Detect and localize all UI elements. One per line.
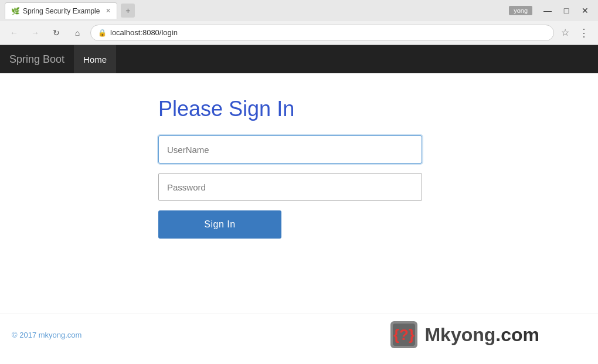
logo-text-normal: Mkyong bbox=[424, 324, 495, 345]
logo-text-accent: .com bbox=[495, 324, 539, 345]
refresh-button[interactable]: ↻ bbox=[48, 25, 64, 41]
minimize-button[interactable]: — bbox=[539, 2, 556, 19]
footer-logo: {?} Mkyong.com bbox=[389, 320, 539, 349]
url-bar[interactable]: 🔒 localhost:8080/login bbox=[90, 25, 554, 41]
tab-title: Spring Security Example bbox=[23, 7, 100, 15]
back-button[interactable]: ← bbox=[6, 25, 22, 41]
lock-icon: 🔒 bbox=[98, 29, 107, 37]
sign-in-button[interactable]: Sign In bbox=[158, 210, 281, 239]
forward-button[interactable]: → bbox=[27, 25, 43, 41]
browser-chrome: 🌿 Spring Security Example ✕ + yong — □ ✕… bbox=[0, 0, 598, 45]
window-controls: yong — □ ✕ bbox=[509, 2, 593, 19]
footer: © 2017 mkyong.com {?} Mkyong.com bbox=[0, 314, 598, 355]
user-badge: yong bbox=[509, 6, 532, 15]
footer-logo-text: Mkyong.com bbox=[424, 324, 539, 346]
browser-menu-button[interactable]: ⋮ bbox=[576, 24, 592, 42]
main-content: Please Sign In Sign In bbox=[0, 73, 598, 296]
footer-copyright: © 2017 mkyong.com bbox=[12, 331, 81, 339]
page-title: Please Sign In bbox=[158, 97, 294, 121]
address-bar: ← → ↻ ⌂ 🔒 localhost:8080/login ☆ ⋮ bbox=[0, 21, 598, 45]
password-input[interactable] bbox=[158, 173, 422, 201]
tab-close-button[interactable]: ✕ bbox=[106, 7, 111, 15]
browser-tab[interactable]: 🌿 Spring Security Example ✕ bbox=[5, 2, 117, 19]
mkyong-logo-icon: {?} bbox=[389, 320, 419, 349]
bookmark-star-button[interactable]: ☆ bbox=[559, 25, 572, 40]
tab-favicon: 🌿 bbox=[11, 7, 19, 15]
navbar-brand[interactable]: Spring Boot bbox=[9, 53, 74, 66]
navbar-item-home[interactable]: Home bbox=[74, 45, 116, 73]
svg-text:{?}: {?} bbox=[393, 326, 414, 343]
close-button[interactable]: ✕ bbox=[577, 2, 593, 19]
username-input[interactable] bbox=[158, 135, 422, 164]
maximize-button[interactable]: □ bbox=[558, 2, 575, 19]
tab-area: 🌿 Spring Security Example ✕ + bbox=[5, 2, 509, 19]
new-tab-button[interactable]: + bbox=[121, 4, 135, 18]
login-form: Sign In bbox=[158, 135, 422, 239]
navbar: Spring Boot Home bbox=[0, 45, 598, 73]
url-text: localhost:8080/login bbox=[110, 28, 178, 37]
home-button[interactable]: ⌂ bbox=[69, 25, 86, 41]
title-bar: 🌿 Spring Security Example ✕ + yong — □ ✕ bbox=[0, 0, 598, 21]
